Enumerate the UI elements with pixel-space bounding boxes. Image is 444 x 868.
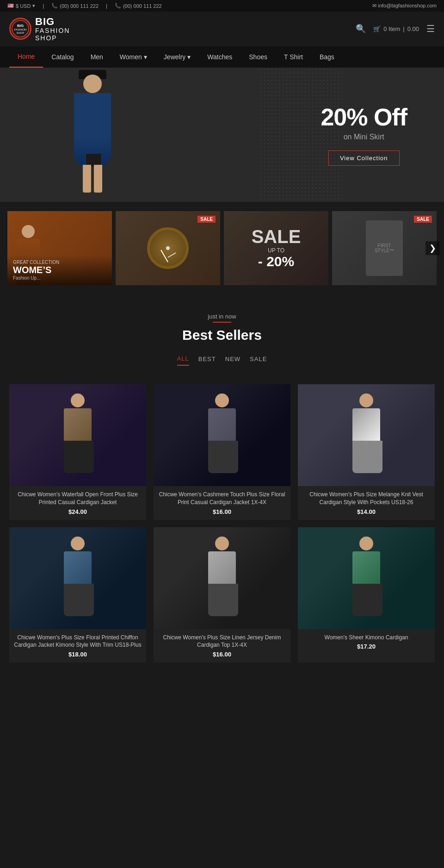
product-card-2[interactable]: Chicwe Women's Cashmere Touch Plus Size … xyxy=(154,384,290,520)
nav-item-home[interactable]: Home xyxy=(9,46,43,68)
sale-overlay: SALE UP TO - 20% xyxy=(224,211,328,285)
dropdown-icon-2: ▾ xyxy=(187,53,191,61)
product-image-4 xyxy=(9,527,146,629)
product-figure-4 xyxy=(59,537,96,629)
hero-model-figure xyxy=(46,70,139,200)
figure-head-3 xyxy=(359,393,373,407)
product-figure-6 xyxy=(348,537,385,629)
section-title: Best Sellers xyxy=(9,327,435,343)
figure-top-6 xyxy=(352,551,380,584)
hero-leg-right xyxy=(94,165,102,193)
svg-text:BIG: BIG xyxy=(17,24,24,28)
top-bar-left: 🇺🇸 $ USD ▾ | 📞 (00) 000 111 222 | 📞 (00)… xyxy=(7,3,162,9)
figure-top-2 xyxy=(208,408,236,441)
nav-item-shoes[interactable]: Shoes xyxy=(240,47,276,67)
dropdown-icon: ▾ xyxy=(144,53,147,61)
figure-body-3 xyxy=(352,408,380,468)
top-bar: 🇺🇸 $ USD ▾ | 📞 (00) 000 111 222 | 📞 (00)… xyxy=(0,0,444,12)
product-name-4: Chicwe Women's Plus Size Floral Printed … xyxy=(14,634,142,649)
product-image-2 xyxy=(154,384,290,486)
product-price-2: $16.00 xyxy=(158,508,286,515)
product-card-4[interactable]: Chicwe Women's Plus Size Floral Printed … xyxy=(9,527,146,663)
figure-bottom-5 xyxy=(208,584,238,616)
dots-background xyxy=(259,68,342,202)
figure-head-2 xyxy=(215,393,229,407)
nav-item-watches[interactable]: Watches xyxy=(199,47,240,67)
hero-banner: 20% Off on Mini Skirt View Collection xyxy=(0,68,444,202)
watch-face xyxy=(147,227,189,269)
figure-bottom-3 xyxy=(352,441,382,473)
strip-scroll-right[interactable]: ❯ xyxy=(426,241,439,255)
tab-best[interactable]: BEST xyxy=(198,352,216,366)
product-info-3: Chicwe Women's Plus Size Melange Knit Ve… xyxy=(298,486,435,520)
phone2: 📞 (00) 000 111 222 xyxy=(115,3,162,9)
category-card-sale[interactable]: SALE UP TO - 20% xyxy=(224,211,328,285)
nav-item-catalog[interactable]: Catalog xyxy=(43,47,82,67)
main-nav: Home Catalog Men Women ▾ Jewelry ▾ Watch… xyxy=(0,46,444,68)
product-name-6: Women's Sheer Kimono Cardigan xyxy=(302,634,430,642)
product-card-5[interactable]: Chicwe Women's Plus Size Linen Jersey De… xyxy=(154,527,290,663)
divider: | xyxy=(43,3,44,9)
currency-dropdown-icon: ▾ xyxy=(32,3,35,9)
nav-item-bags[interactable]: Bags xyxy=(311,47,343,67)
hero-image xyxy=(0,70,185,200)
hero-head xyxy=(83,75,102,93)
logo-text: BIG FASHION SHOP xyxy=(35,16,70,42)
product-image-1 xyxy=(9,384,146,486)
product-card-1[interactable]: Chicwe Women's Waterfall Open Front Plus… xyxy=(9,384,146,520)
cat-overlay-1: GREAT COLLECTION WOME’S Fashion Up... xyxy=(7,255,112,285)
nav-item-jewelry[interactable]: Jewelry ▾ xyxy=(155,47,199,67)
cart-button[interactable]: 🛒 0 Item | 0.00 xyxy=(373,25,419,32)
currency-selector[interactable]: 🇺🇸 $ USD ▾ xyxy=(7,3,35,9)
category-card-tshirt[interactable]: SALE FIRST STYLE™ xyxy=(332,211,437,285)
product-price-4: $18.00 xyxy=(14,651,142,658)
product-figure-5 xyxy=(204,537,240,629)
product-name-1: Chicwe Women's Waterfall Open Front Plus… xyxy=(14,491,142,506)
header: BIG FASHION SHOP BIG FASHION SHOP 🔍 🛒 0 … xyxy=(0,12,444,46)
hero-legs xyxy=(83,165,102,193)
figure-top-1 xyxy=(64,408,92,441)
figure-head-6 xyxy=(359,537,373,550)
product-price-3: $14.00 xyxy=(302,508,430,515)
product-image-3 xyxy=(298,384,435,486)
tshirt-shape: FIRST STYLE™ xyxy=(366,220,403,276)
figure-head-4 xyxy=(71,537,85,550)
tab-new[interactable]: NEW xyxy=(225,352,240,366)
filter-tabs: ALL BEST NEW SALE xyxy=(9,352,435,366)
figure-body-6 xyxy=(352,551,380,612)
svg-text:FASHION: FASHION xyxy=(14,28,26,31)
best-sellers-header: just in now Best Sellers ALL BEST NEW SA… xyxy=(0,294,444,375)
product-grid: Chicwe Women's Waterfall Open Front Plus… xyxy=(0,375,444,681)
nav-item-women[interactable]: Women ▾ xyxy=(111,47,155,67)
figure-head-5 xyxy=(215,537,229,550)
product-figure-1 xyxy=(59,393,96,486)
logo-icon: BIG FASHION SHOP xyxy=(9,18,31,40)
tab-sale[interactable]: SALE xyxy=(250,352,267,366)
figure-bottom-6 xyxy=(352,584,382,616)
hero-leg-left xyxy=(83,165,91,193)
product-card-6[interactable]: Women's Sheer Kimono Cardigan $17.20 xyxy=(298,527,435,663)
hero-dress xyxy=(74,93,111,167)
figure-head-1 xyxy=(71,393,85,407)
search-icon[interactable]: 🔍 xyxy=(356,24,366,34)
category-card-women[interactable]: GREAT COLLECTION WOME’S Fashion Up... xyxy=(7,211,112,285)
hamburger-icon[interactable]: ☰ xyxy=(426,23,435,34)
nav-item-men[interactable]: Men xyxy=(82,47,111,67)
tab-all[interactable]: ALL xyxy=(177,352,189,366)
product-card-3[interactable]: Chicwe Women's Plus Size Melange Knit Ve… xyxy=(298,384,435,520)
category-card-watches[interactable]: SALE xyxy=(116,211,220,285)
figure-bottom-2 xyxy=(208,441,238,473)
email-icon: ✉ xyxy=(372,3,376,8)
svg-text:SHOP: SHOP xyxy=(16,31,24,34)
product-info-2: Chicwe Women's Cashmere Touch Plus Size … xyxy=(154,486,290,520)
nav-item-tshirt[interactable]: T Shirt xyxy=(276,47,311,67)
product-info-5: Chicwe Women's Plus Size Linen Jersey De… xyxy=(154,629,290,663)
category-strip: GREAT COLLECTION WOME’S Fashion Up... SA… xyxy=(0,202,444,294)
logo-svg: BIG FASHION SHOP xyxy=(11,19,30,38)
figure-bottom-4 xyxy=(64,584,94,616)
product-info-4: Chicwe Women's Plus Size Floral Printed … xyxy=(9,629,146,663)
logo[interactable]: BIG FASHION SHOP BIG FASHION SHOP xyxy=(9,16,70,42)
figure-top-3 xyxy=(352,408,380,441)
product-name-5: Chicwe Women's Plus Size Linen Jersey De… xyxy=(158,634,286,649)
figure-top-4 xyxy=(64,551,92,584)
